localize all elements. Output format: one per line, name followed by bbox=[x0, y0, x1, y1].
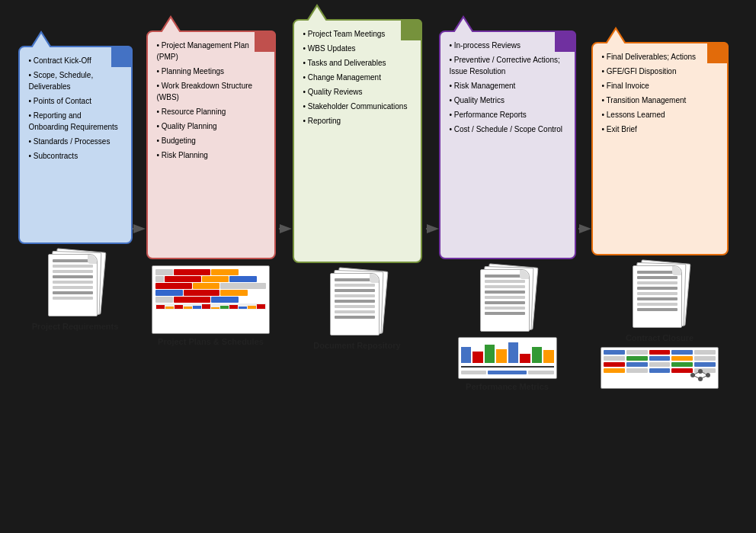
phase4-doc-front bbox=[480, 269, 530, 332]
phase3-item-1: Project Team Meetings bbox=[303, 28, 412, 40]
phase1-box: Contract Kick-Off Scope, Schedule, Deliv… bbox=[18, 46, 133, 244]
phase4-item-4: Quality Metrics bbox=[450, 95, 565, 106]
phase3-item-3: Tasks and Deliverables bbox=[303, 57, 412, 69]
phase2-label: Project Plans & Schedules bbox=[158, 337, 264, 346]
phase3-items: Project Team Meetings WBS Updates Tasks … bbox=[303, 28, 412, 127]
phase5-document-stack bbox=[629, 262, 690, 330]
phase5-items: Final Deliverables; Actions GFE/GFI Disp… bbox=[602, 51, 718, 135]
phase1-items: Contract Kick-Off Scope, Schedule, Deliv… bbox=[29, 55, 122, 162]
phase3-item-7: Reporting bbox=[303, 115, 412, 127]
phase3-label: Document Repository bbox=[313, 341, 400, 350]
phase1-document-stack bbox=[45, 250, 106, 319]
phase1-item-2: Scope, Schedule, Deliverables bbox=[29, 69, 122, 92]
phase1-item-3: Points of Contact bbox=[29, 95, 122, 107]
phase2-box: Project Management Plan (PMP) Planning M… bbox=[146, 31, 276, 259]
phase1-label: Project Requirements bbox=[32, 322, 119, 331]
phase1-tab bbox=[111, 46, 133, 67]
phase1-item-1: Contract Kick-Off bbox=[29, 55, 122, 66]
phase2-items: Project Management Plan (PMP) Planning M… bbox=[157, 40, 265, 161]
phase4-item-2: Preventive / Corrective Actions; Issue R… bbox=[450, 54, 565, 77]
phase3-item-2: WBS Updates bbox=[303, 43, 412, 54]
phase3-column: Project Team Meetings WBS Updates Tasks … bbox=[290, 19, 424, 350]
diagram-container: Contract Kick-Off Scope, Schedule, Deliv… bbox=[8, 8, 748, 526]
phase1-arrow-fill bbox=[32, 34, 50, 48]
phase2-item-4: Resource Planning bbox=[157, 106, 265, 117]
phase5-doc-front bbox=[633, 265, 682, 328]
phase2-item-3: Work Breakdown Structure (WBS) bbox=[157, 80, 265, 103]
phase2-schedule-chart bbox=[152, 265, 270, 334]
phase2-item-1: Project Management Plan (PMP) bbox=[157, 40, 265, 63]
phase2-arrow-fill bbox=[162, 18, 180, 33]
phase5-item-4: Transition Management bbox=[602, 95, 718, 106]
phase5-item-5: Lessons Learned bbox=[602, 109, 718, 120]
phase5-item-1: Final Deliverables; Actions bbox=[602, 51, 718, 63]
phase2-item-2: Planning Meetings bbox=[157, 66, 265, 77]
phase5-item-2: GFE/GFI Disposition bbox=[602, 66, 718, 77]
phase4-label: Performance Metrics bbox=[466, 382, 549, 391]
phase5-box: Final Deliverables; Actions GFE/GFI Disp… bbox=[591, 42, 729, 255]
phase4-metrics-chart bbox=[458, 337, 557, 379]
phase5-column: Final Deliverables; Actions GFE/GFI Disp… bbox=[589, 42, 730, 389]
phase1-item-6: Subcontracts bbox=[29, 150, 122, 162]
phase4-document-stack bbox=[477, 265, 538, 334]
phase2-item-7: Risk Planning bbox=[157, 149, 265, 161]
phase3-document-stack bbox=[327, 269, 388, 338]
phase4-column: In-process Reviews Preventive / Correcti… bbox=[437, 31, 578, 391]
phase1-column: Contract Kick-Off Scope, Schedule, Deliv… bbox=[16, 46, 134, 331]
phase2-tab bbox=[255, 31, 276, 52]
phase4-item-6: Cost / Schedule / Scope Control bbox=[450, 124, 565, 135]
phase5-label: Contract Closure bbox=[626, 333, 694, 342]
phase1-item-4: Reporting and Onboarding Requirements bbox=[29, 110, 122, 133]
phase4-box: In-process Reviews Preventive / Correcti… bbox=[439, 31, 576, 259]
phase1-item-5: Standards / Processes bbox=[29, 136, 122, 147]
phase3-item-4: Change Management bbox=[303, 72, 412, 83]
phase5-tab bbox=[707, 42, 729, 63]
phase5-arrow-fill bbox=[607, 30, 625, 44]
phase3-doc-front bbox=[330, 273, 380, 336]
phase3-arrow-fill bbox=[308, 7, 326, 21]
phase4-item-1: In-process Reviews bbox=[450, 40, 565, 51]
phase5-item-6: Exit Brief bbox=[602, 124, 718, 135]
phase4-arrow-fill bbox=[454, 18, 472, 33]
phase2-column: Project Management Plan (PMP) Planning M… bbox=[144, 31, 277, 346]
phase3-box: Project Team Meetings WBS Updates Tasks … bbox=[293, 19, 422, 263]
phase4-tab bbox=[555, 31, 576, 52]
phase3-item-5: Quality Reviews bbox=[303, 86, 412, 98]
phase4-items: In-process Reviews Preventive / Correcti… bbox=[450, 40, 565, 135]
phase2-item-6: Budgeting bbox=[157, 135, 265, 146]
phase4-item-5: Performance Reports bbox=[450, 109, 565, 120]
phase3-item-6: Stakeholder Communications bbox=[303, 101, 412, 112]
phase2-item-5: Quality Planning bbox=[157, 120, 265, 132]
phase5-item-3: Final Invoice bbox=[602, 80, 718, 92]
phase4-item-3: Risk Management bbox=[450, 80, 565, 92]
phase3-tab bbox=[401, 19, 422, 40]
doc-front bbox=[48, 254, 98, 316]
phase5-closure-chart bbox=[601, 347, 719, 389]
